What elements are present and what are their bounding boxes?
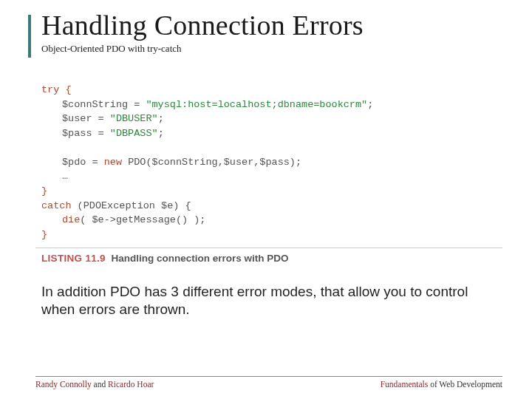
brace: { (59, 84, 71, 95)
page-subtitle: Object-Oriented PDO with try-catch (35, 43, 502, 55)
brace: } (41, 229, 47, 240)
keyword-catch: catch (41, 200, 72, 211)
code-text: $connString = (62, 99, 146, 110)
listing-caption: Handling connection errors with PDO (111, 253, 288, 264)
code-text: ( $e->getMessage() ); (80, 214, 205, 225)
string-literal: "DBPASS" (110, 128, 158, 139)
author-name: Randy Connolly (35, 380, 92, 389)
string-literal: "mysql:host=localhost;dbname=bookcrm" (146, 99, 367, 110)
ellipsis: … (62, 171, 68, 182)
code-line (41, 140, 502, 155)
footer-text: and (92, 380, 108, 389)
body-paragraph: In addition PDO has 3 different error mo… (35, 283, 502, 318)
code-text: ; (158, 128, 164, 139)
code-line: $connString = "mysql:host=localhost;dbna… (41, 98, 502, 112)
code-line: die( $e->getMessage() ); (41, 213, 502, 228)
string-literal: "DBUSER" (110, 113, 158, 124)
code-text: PDO($connString,$user,$pass); (122, 157, 301, 168)
code-line: $pdo = new PDO($connString,$user,$pass); (41, 155, 502, 170)
code-text: $pdo = (62, 157, 104, 168)
code-line: } (41, 184, 502, 199)
slide: Handling Connection Errors Object-Orient… (0, 0, 532, 399)
code-line: try { (41, 83, 502, 98)
code-text: ; (158, 113, 164, 124)
book-title-part: of Web Development (428, 380, 502, 389)
code-text: (PDOException $e) { (72, 200, 191, 211)
page-title: Handling Connection Errors (35, 9, 502, 41)
code-text: $pass = (62, 128, 110, 139)
keyword-new: new (104, 157, 122, 168)
listing-label: LISTING 11.9 (41, 253, 106, 264)
keyword-try: try (41, 84, 59, 95)
code-listing: try { $connString = "mysql:host=localhos… (35, 83, 502, 242)
listing-caption-bar: LISTING 11.9 Handling connection errors … (35, 248, 502, 264)
code-line: catch (PDOException $e) { (41, 199, 502, 214)
code-text: ; (367, 99, 373, 110)
code-text: $user = (62, 113, 110, 124)
code-line: … (41, 169, 502, 184)
accent-bar (28, 15, 31, 58)
keyword-die: die (62, 214, 80, 225)
footer-right: Fundamentals of Web Development (381, 380, 502, 389)
code-line: } (41, 228, 502, 242)
footer-left: Randy Connolly and Ricardo Hoar (35, 380, 154, 389)
brace: } (41, 185, 47, 197)
footer: Randy Connolly and Ricardo Hoar Fundamen… (35, 376, 502, 389)
book-title-part: Fundamentals (381, 380, 429, 389)
author-name: Ricardo Hoar (108, 380, 154, 389)
code-line: $pass = "DBPASS"; (41, 126, 502, 141)
code-line: $user = "DBUSER"; (41, 112, 502, 126)
